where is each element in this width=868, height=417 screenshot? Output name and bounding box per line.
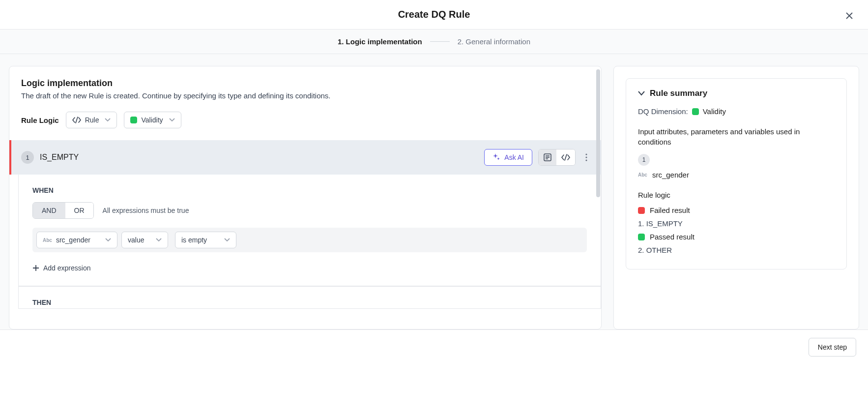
content-area: Logic implementation The draft of the ne… <box>0 54 868 329</box>
passed-label: Passed result <box>650 233 694 241</box>
rule-block-header: 1 IS_EMPTY Ask AI <box>11 140 601 175</box>
condition-select[interactable]: is empty <box>175 232 236 248</box>
view-toggle <box>538 149 576 166</box>
attribute-name: src_gender <box>652 171 689 179</box>
form-view-button[interactable] <box>539 149 556 165</box>
rule-block: 1 IS_EMPTY Ask AI <box>9 140 601 175</box>
attribute-count-badge: 1 <box>638 154 650 166</box>
more-options-button[interactable] <box>581 149 591 165</box>
dimension-value: Validity <box>703 107 726 116</box>
summary-title: Rule summary <box>650 89 707 98</box>
dimension-label: DQ Dimension: <box>638 107 688 116</box>
svg-point-1 <box>585 153 587 155</box>
page-title: Create DQ Rule <box>398 9 470 20</box>
rule-logic-heading: Rule logic <box>638 191 835 199</box>
failed-badge-icon <box>638 207 645 214</box>
summary-header[interactable]: Rule summary <box>638 89 835 98</box>
chevron-down-icon <box>224 238 230 242</box>
expression-row: Abc src_gender value is empty <box>32 228 587 252</box>
validity-badge-icon <box>692 108 699 115</box>
then-section: THEN <box>18 286 601 309</box>
close-icon <box>845 12 853 20</box>
rule-type-value: Rule <box>85 116 99 124</box>
form-icon <box>544 153 551 161</box>
step-general-information[interactable]: 2. General information <box>458 37 530 46</box>
scrollbar[interactable] <box>596 69 600 197</box>
chevron-down-icon <box>156 238 162 242</box>
next-step-button[interactable]: Next step <box>809 338 856 357</box>
add-expression-button[interactable]: Add expression <box>32 262 91 274</box>
svg-point-2 <box>585 156 587 158</box>
value-type-value: value <box>128 236 144 244</box>
step-divider <box>430 41 450 42</box>
and-or-hint: All expressions must be true <box>103 207 189 214</box>
chevron-down-icon <box>638 91 645 96</box>
and-or-toggle: AND OR <box>32 202 94 219</box>
rule-number-badge: 1 <box>21 151 34 164</box>
value-type-select[interactable]: value <box>121 232 168 248</box>
modal-header: Create DQ Rule <box>0 0 868 30</box>
failed-label: Failed result <box>650 206 690 214</box>
input-attributes-heading: Input attributes, parameters and variabl… <box>638 126 835 147</box>
condition-value: is empty <box>181 236 207 244</box>
passed-badge-icon <box>638 234 645 240</box>
rule-type-dropdown[interactable]: Rule <box>66 112 117 128</box>
code-icon <box>561 154 570 161</box>
sparkle-icon <box>492 153 500 161</box>
rule-logic-label: Rule Logic <box>21 116 59 124</box>
chevron-down-icon <box>105 238 111 242</box>
more-vertical-icon <box>585 153 587 161</box>
chevron-down-icon <box>105 118 111 122</box>
rule-logic-row: Rule Logic Rule Validity <box>21 112 589 128</box>
logic-item-1: 1. IS_EMPTY <box>638 219 835 228</box>
when-label: WHEN <box>32 186 587 194</box>
abc-type-icon: Abc <box>43 238 52 243</box>
wizard-steps: 1. Logic implementation 2. General infor… <box>0 30 868 54</box>
passed-result-row: Passed result <box>638 233 835 241</box>
or-button[interactable]: OR <box>65 203 93 218</box>
code-icon <box>72 117 81 123</box>
rule-summary-card: Rule summary DQ Dimension: Validity Inpu… <box>626 78 847 269</box>
footer: Next step <box>0 329 868 364</box>
code-view-button[interactable] <box>556 149 575 165</box>
attribute-item: Abc src_gender <box>638 171 835 179</box>
section-description: The draft of the new Rule is created. Co… <box>21 91 589 100</box>
rule-body: WHEN AND OR All expressions must be true… <box>18 175 601 286</box>
validity-badge-icon <box>130 117 137 123</box>
validity-value: Validity <box>141 116 163 124</box>
rule-name: IS_EMPTY <box>40 153 478 162</box>
attribute-value: src_gender <box>56 236 90 244</box>
then-label: THEN <box>32 298 587 306</box>
failed-result-row: Failed result <box>638 206 835 214</box>
ask-ai-button[interactable]: Ask AI <box>484 149 532 166</box>
logic-item-2: 2. OTHER <box>638 246 835 254</box>
and-or-row: AND OR All expressions must be true <box>32 202 587 219</box>
attribute-select[interactable]: Abc src_gender <box>36 232 117 248</box>
svg-point-3 <box>585 159 587 161</box>
section-title: Logic implementation <box>21 78 589 89</box>
validity-dropdown[interactable]: Validity <box>124 112 181 128</box>
and-button[interactable]: AND <box>33 203 65 218</box>
dimension-row: DQ Dimension: Validity <box>638 107 835 116</box>
side-panel: Rule summary DQ Dimension: Validity Inpu… <box>613 66 859 329</box>
close-button[interactable] <box>842 9 856 23</box>
plus-icon <box>32 265 39 271</box>
step-logic-implementation[interactable]: 1. Logic implementation <box>338 37 422 46</box>
ask-ai-label: Ask AI <box>504 153 524 161</box>
chevron-down-icon <box>169 118 175 122</box>
add-expression-label: Add expression <box>43 264 91 272</box>
main-panel: Logic implementation The draft of the ne… <box>9 66 602 329</box>
abc-type-icon: Abc <box>638 172 647 178</box>
